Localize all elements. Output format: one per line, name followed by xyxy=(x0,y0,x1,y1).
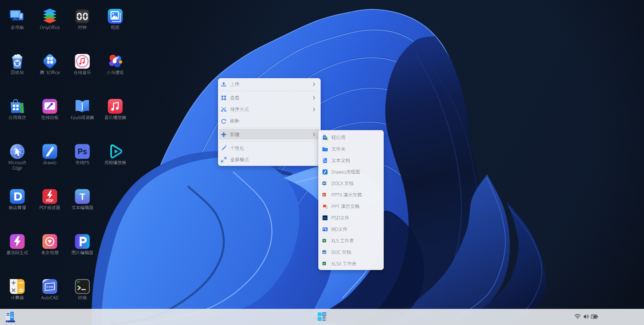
svg-text:$#: $# xyxy=(77,280,80,283)
svg-text:W: W xyxy=(323,251,326,254)
svg-text:PDF: PDF xyxy=(46,199,54,203)
svg-text:Ps: Ps xyxy=(323,217,326,220)
svg-text:X: X xyxy=(323,239,325,242)
svg-text:Ps: Ps xyxy=(77,147,87,156)
svg-text:CAD: CAD xyxy=(46,285,53,288)
svg-text:P: P xyxy=(323,194,325,197)
svg-text:X: X xyxy=(323,262,325,265)
svg-text:T: T xyxy=(79,192,85,202)
svg-text:W: W xyxy=(323,182,326,185)
